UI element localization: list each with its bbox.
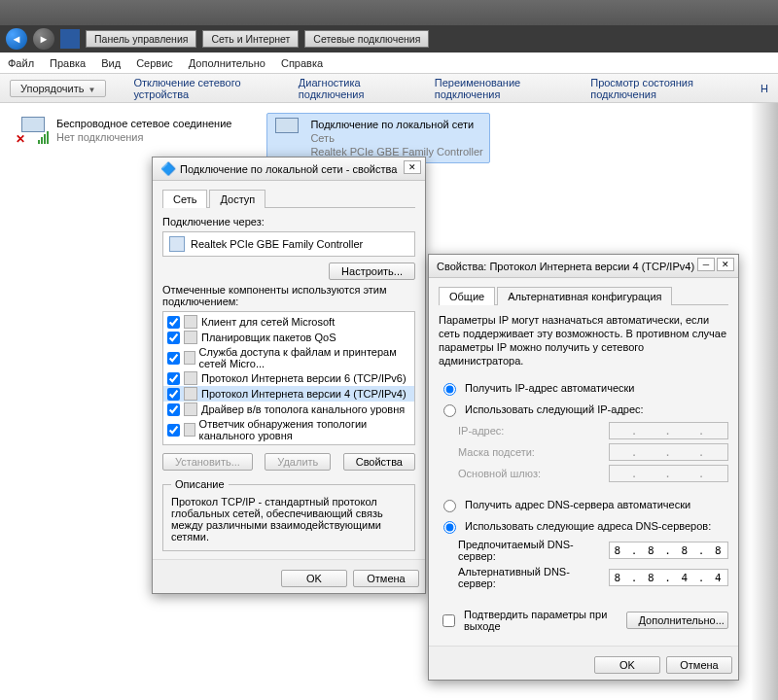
nav-back-button[interactable]: ◄ bbox=[6, 28, 27, 50]
dialog1-cancel-button[interactable]: Отмена bbox=[353, 570, 419, 587]
toolbar-diagnose[interactable]: Диагностика подключения bbox=[299, 77, 407, 100]
toolbar: Упорядочить▼ Отключение сетевого устройс… bbox=[0, 74, 778, 103]
properties-button[interactable]: Свойства bbox=[343, 453, 415, 471]
description-text: Протокол TCP/IP - стандартный протокол г… bbox=[171, 496, 407, 542]
ip-manual-label: Использовать следующий IP-адрес: bbox=[465, 403, 644, 415]
dialog2-cancel-button[interactable]: Отмена bbox=[666, 656, 732, 674]
radio-dns-manual[interactable] bbox=[443, 521, 456, 534]
install-button[interactable]: Установить... bbox=[162, 453, 253, 471]
content-area: ✕ Беспроводное сетевое соединение Нет по… bbox=[0, 103, 778, 700]
uninstall-button[interactable]: Удалить bbox=[265, 453, 331, 471]
breadcrumb-2[interactable]: Сеть и Интернет bbox=[202, 30, 299, 48]
configure-button[interactable]: Настроить... bbox=[329, 262, 415, 280]
breadcrumb-3[interactable]: Сетевые подключения bbox=[304, 30, 429, 48]
lan-title: Подключение по локальной сети bbox=[310, 118, 482, 131]
toolbar-status[interactable]: Просмотр состояния подключения bbox=[590, 77, 733, 100]
subnet-field: . . . bbox=[609, 443, 728, 461]
menu-file[interactable]: Файл bbox=[8, 57, 34, 69]
right-shadow bbox=[751, 103, 778, 700]
component-icon bbox=[184, 371, 197, 385]
adapter-icon bbox=[169, 236, 185, 252]
toolbar-disable[interactable]: Отключение сетевого устройства bbox=[133, 77, 270, 100]
ip-address-field: . . . bbox=[609, 422, 728, 439]
radio-dns-auto[interactable] bbox=[443, 500, 456, 512]
organize-button[interactable]: Упорядочить▼ bbox=[10, 80, 106, 97]
confirm-exit-checkbox[interactable] bbox=[442, 614, 455, 627]
radio-ip-auto[interactable] bbox=[443, 383, 456, 396]
gateway-field: . . . bbox=[609, 465, 728, 482]
menu-advanced[interactable]: Дополнительно bbox=[189, 57, 265, 69]
menubar: Файл Правка Вид Сервис Дополнительно Спр… bbox=[0, 52, 778, 74]
component-icon bbox=[184, 402, 197, 416]
dns1-label: Предпочитаемый DNS-сервер: bbox=[458, 539, 601, 562]
component-icon bbox=[184, 315, 197, 329]
tab-general[interactable]: Общие bbox=[439, 287, 495, 305]
wifi-status: Нет подключения bbox=[56, 130, 231, 144]
toolbar-more[interactable]: Н bbox=[760, 83, 768, 94]
list-item[interactable]: Драйвер в/в тополога канального уровня bbox=[163, 402, 414, 417]
components-label: Отмеченные компоненты используются этим … bbox=[162, 284, 415, 307]
ip-auto-label: Получить IP-адрес автоматически bbox=[465, 382, 634, 394]
description-legend: Описание bbox=[171, 478, 229, 490]
list-item[interactable]: Служба доступа к файлам и принтерам сете… bbox=[163, 345, 414, 370]
dialog-connection-properties: 🔷 Подключение по локальной сети - свойст… bbox=[152, 157, 426, 594]
component-icon bbox=[184, 331, 197, 344]
advanced-button[interactable]: Дополнительно... bbox=[626, 612, 729, 629]
description-group: Описание Протокол TCP/IP - стандартный п… bbox=[162, 478, 415, 551]
dialog2-min-button[interactable]: ─ bbox=[697, 258, 715, 271]
subnet-label: Маска подсети: bbox=[458, 446, 601, 458]
dns1-field[interactable]: 8 . 8 . 8 . 8 bbox=[609, 542, 728, 559]
tab-alt-config[interactable]: Альтернативная конфигурация bbox=[497, 287, 672, 305]
menu-help[interactable]: Справка bbox=[281, 57, 323, 69]
window-titlebar bbox=[0, 0, 778, 25]
breadcrumb-1[interactable]: Панель управления bbox=[86, 30, 196, 48]
ipv4-blurb: Параметры IP могут назначаться автоматич… bbox=[439, 313, 728, 368]
dialog1-ok-button[interactable]: OK bbox=[281, 570, 347, 587]
dns2-field[interactable]: 8 . 8 . 4 . 4 bbox=[609, 569, 728, 586]
toolbar-rename[interactable]: Переименование подключения bbox=[435, 77, 563, 100]
component-checkbox[interactable] bbox=[167, 332, 180, 344]
component-checkbox[interactable] bbox=[167, 424, 180, 437]
menu-tools[interactable]: Сервис bbox=[136, 57, 173, 69]
component-checkbox[interactable] bbox=[167, 372, 180, 385]
component-checkbox[interactable] bbox=[167, 352, 180, 365]
confirm-exit-label: Подтвердить параметры при выходе bbox=[464, 609, 626, 632]
list-item[interactable]: Протокол Интернета версии 6 (TCP/IPv6) bbox=[163, 370, 414, 386]
dns-auto-label: Получить адрес DNS-сервера автоматически bbox=[465, 499, 690, 510]
dialog2-ok-button[interactable]: OK bbox=[594, 656, 660, 674]
menu-edit[interactable]: Правка bbox=[50, 57, 86, 69]
component-checkbox[interactable] bbox=[167, 388, 180, 401]
menu-view[interactable]: Вид bbox=[101, 57, 121, 69]
confirm-on-exit-row[interactable]: Подтвердить параметры при выходе bbox=[439, 603, 626, 638]
component-checkbox[interactable] bbox=[167, 316, 180, 329]
tab-access[interactable]: Доступ bbox=[209, 190, 265, 208]
dns-manual-label: Использовать следующие адреса DNS-сервер… bbox=[465, 520, 711, 532]
radio-ip-manual[interactable] bbox=[443, 404, 456, 417]
list-item[interactable]: Клиент для сетей Microsoft bbox=[163, 314, 414, 330]
components-list[interactable]: Клиент для сетей Microsoft Планировщик п… bbox=[162, 311, 415, 445]
dialog-ipv4-properties: Свойства: Протокол Интернета версии 4 (T… bbox=[428, 254, 739, 681]
dialog1-title: Подключение по локальной сети - свойства bbox=[180, 163, 397, 175]
tab-network[interactable]: Сеть bbox=[162, 190, 207, 208]
gateway-label: Основной шлюз: bbox=[458, 468, 601, 479]
adapter-name: Realtek PCIe GBE Family Controller bbox=[191, 238, 363, 250]
list-item-selected[interactable]: Протокол Интернета версии 4 (TCP/IPv4) bbox=[163, 386, 414, 402]
error-x-icon: ✕ bbox=[16, 132, 25, 146]
chevron-down-icon: ▼ bbox=[88, 86, 95, 94]
lan-icon bbox=[271, 118, 302, 145]
component-icon bbox=[184, 387, 197, 401]
list-item[interactable]: Ответчик обнаружения топологии канальног… bbox=[163, 417, 414, 442]
wifi-icon: ✕ bbox=[18, 117, 49, 144]
component-icon bbox=[184, 423, 195, 437]
component-icon bbox=[184, 351, 195, 365]
connect-via-label: Подключение через: bbox=[162, 216, 415, 228]
dialog1-close-button[interactable]: ✕ bbox=[404, 160, 421, 174]
dns2-label: Альтернативный DNS-сервер: bbox=[458, 566, 601, 589]
nav-band: ◄ ► Панель управления Сеть и Интернет Се… bbox=[0, 25, 778, 52]
nav-forward-button[interactable]: ► bbox=[33, 28, 54, 50]
component-checkbox[interactable] bbox=[167, 403, 180, 416]
dialog2-title: Свойства: Протокол Интернета версии 4 (T… bbox=[437, 261, 694, 272]
shield-icon: 🔷 bbox=[160, 161, 176, 176]
list-item[interactable]: Планировщик пакетов QoS bbox=[163, 330, 414, 345]
dialog2-close-button[interactable]: ✕ bbox=[717, 258, 734, 271]
